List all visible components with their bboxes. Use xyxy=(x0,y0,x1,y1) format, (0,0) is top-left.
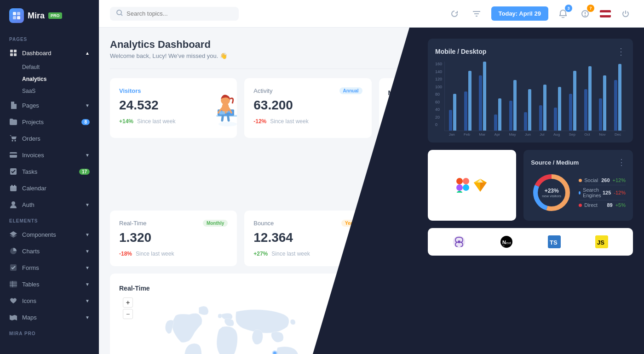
svg-point-9 xyxy=(15,140,16,142)
tech-logos-row2: N ext .js TS TS xyxy=(428,228,633,256)
mira-pro-section-label: MIRA PRO xyxy=(0,325,99,339)
sidebar-item-maps[interactable]: Maps ▼ xyxy=(0,309,99,325)
svg-rect-1 xyxy=(17,12,20,15)
sidebar-item-tables[interactable]: Tables ▼ xyxy=(0,276,99,292)
activity-change: -12% xyxy=(253,118,266,125)
activity-label: Activity xyxy=(253,87,272,94)
sidebar-item-saas[interactable]: SaaS xyxy=(0,85,99,97)
today-button[interactable]: Today: April 29 xyxy=(491,6,548,21)
realtime-badge: Monthly xyxy=(203,220,228,227)
visitors-period: Since last week xyxy=(137,118,175,125)
realtime-card: Real-Time Monthly 1.320 -18% Since last … xyxy=(110,211,237,266)
svg-rect-6 xyxy=(10,53,13,56)
refresh-btn[interactable] xyxy=(447,6,462,21)
svg-point-17 xyxy=(12,201,15,205)
sidebar-item-tasks[interactable]: Tasks 17 xyxy=(0,163,99,180)
projects-badge: 8 xyxy=(81,119,90,125)
sidebar-item-icons[interactable]: Icons ▼ xyxy=(0,292,99,309)
sketch-icon xyxy=(473,178,488,193)
svg-line-25 xyxy=(121,14,122,16)
calendar-icon xyxy=(9,184,17,192)
sidebar-item-forms[interactable]: Forms ▼ xyxy=(0,259,99,276)
file-icon xyxy=(9,101,17,109)
realtime-change: -18% xyxy=(119,251,132,257)
sidebar-item-dashboard[interactable]: Dashboard ▲ xyxy=(0,45,99,61)
bounce-period: Since last week xyxy=(271,251,310,257)
source-social-change: +12% xyxy=(613,177,626,183)
chevron-down-icon-9: ▼ xyxy=(85,315,90,320)
search-icon xyxy=(116,10,123,18)
chevron-up-icon: ▲ xyxy=(85,51,90,56)
svg-point-32 xyxy=(218,122,237,126)
folder-icon xyxy=(9,118,17,126)
sidebar-item-auth[interactable]: Auth ▼ xyxy=(0,196,99,213)
layers-icon xyxy=(9,230,17,239)
dark-mobile-desktop-card: Mobile / Desktop ⋮ 160140120100806040200 xyxy=(428,39,633,143)
map-title: Real-Time xyxy=(119,285,150,292)
donut-center: +23% xyxy=(542,188,561,194)
svg-rect-0 xyxy=(13,12,16,15)
svg-rect-16 xyxy=(10,187,17,188)
bounce-change: +27% xyxy=(253,251,268,257)
sidebar-item-invoices[interactable]: Invoices ▼ xyxy=(0,147,99,163)
nextjs-icon: N ext .js xyxy=(500,235,513,248)
search-container xyxy=(110,7,239,21)
alerts-btn[interactable]: 7 xyxy=(578,6,592,21)
source-medium-card: Source / Medium ⋮ xyxy=(523,150,633,221)
svg-text:.js: .js xyxy=(502,244,505,247)
sidebar-item-orders[interactable]: Orders xyxy=(0,130,99,147)
source-direct-label: Direct xyxy=(584,202,598,208)
elements-section-label: ELEMENTS xyxy=(0,213,99,226)
dark-chart-title: Mobile / Desktop xyxy=(435,48,486,55)
filter-btn[interactable] xyxy=(469,6,484,21)
map-zoom-out[interactable]: − xyxy=(123,309,133,319)
shopping-cart-icon xyxy=(9,134,17,143)
sidebar-label-auth: Auth xyxy=(22,201,34,208)
redux-icon xyxy=(453,235,466,248)
power-btn[interactable] xyxy=(618,6,633,21)
search-input[interactable] xyxy=(126,10,232,17)
sidebar-label-charts: Charts xyxy=(22,248,40,255)
notifications-badge: 3 xyxy=(565,5,572,12)
svg-rect-4 xyxy=(10,50,13,52)
svg-rect-44 xyxy=(456,184,463,191)
sidebar-item-pages[interactable]: Pages ▼ xyxy=(0,97,99,114)
activity-period: Since last week xyxy=(270,118,308,125)
chevron-down-icon-2: ▼ xyxy=(85,153,90,158)
svg-point-60 xyxy=(458,240,460,243)
pages-section-label: PAGES xyxy=(0,31,99,45)
language-flag[interactable] xyxy=(600,10,611,17)
visitors-illustration xyxy=(191,83,237,133)
activity-badge: Annual xyxy=(339,87,362,94)
chevron-down-icon-6: ▼ xyxy=(85,265,90,270)
notifications-btn[interactable]: 3 xyxy=(556,6,570,21)
sidebar-item-default[interactable]: Default xyxy=(0,61,99,73)
sidebar-item-calendar[interactable]: Calendar xyxy=(0,180,99,196)
page-subtitle: Welcome back, Lucy! We've missed you. 👋 xyxy=(110,52,227,59)
map-zoom-in[interactable]: + xyxy=(123,297,133,308)
heart-icon xyxy=(9,297,17,305)
sidebar-item-charts[interactable]: Charts ▼ xyxy=(0,243,99,259)
svg-rect-7 xyxy=(14,53,17,56)
chevron-down-icon-7: ▼ xyxy=(85,282,90,287)
svg-rect-3 xyxy=(17,16,20,19)
sidebar-label-maps: Maps xyxy=(22,314,37,321)
sidebar-item-components[interactable]: Components ▼ xyxy=(0,226,99,243)
map-icon xyxy=(9,313,17,321)
svg-point-46 xyxy=(463,184,469,191)
svg-rect-14 xyxy=(12,185,12,187)
svg-rect-23 xyxy=(12,281,13,287)
svg-text:JS: JS xyxy=(597,239,604,246)
dark-chart-menu[interactable]: ⋮ xyxy=(616,46,626,57)
realtime-period: Since last week xyxy=(136,251,174,257)
visitors-change: +14% xyxy=(119,118,133,125)
logo-icon xyxy=(9,8,24,23)
source-medium-menu[interactable]: ⋮ xyxy=(617,157,626,167)
sidebar-label-orders: Orders xyxy=(22,135,40,142)
sidebar-item-analytics[interactable]: Analytics xyxy=(0,73,99,85)
source-medium-title: Source / Medium xyxy=(531,159,579,166)
source-social-value: 260 xyxy=(601,177,610,183)
svg-point-24 xyxy=(117,10,121,15)
sidebar-item-projects[interactable]: Projects 8 xyxy=(0,114,99,130)
tech-logos-card xyxy=(428,150,516,221)
